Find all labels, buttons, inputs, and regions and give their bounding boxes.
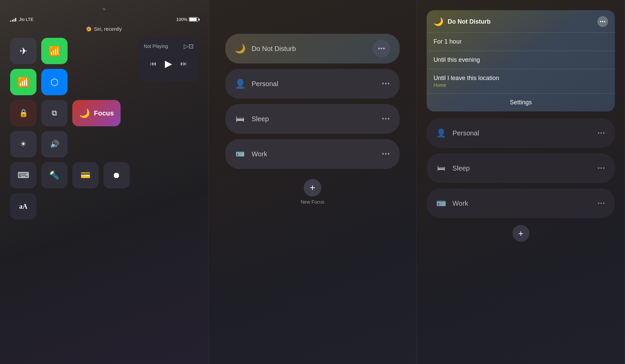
new-focus-area: + New Focus bbox=[208, 179, 417, 205]
work-focus-item[interactable]: 🪪 Work ••• bbox=[225, 139, 400, 169]
battery-icon bbox=[189, 17, 198, 22]
moon-icon: 🌙 bbox=[79, 108, 90, 119]
work-focus-icon: 🪪 bbox=[235, 150, 246, 158]
carrier-label: Jio LTE bbox=[19, 17, 33, 22]
right-person-icon: 👤 bbox=[436, 128, 446, 138]
cellular-button[interactable]: 📶 bbox=[41, 38, 68, 64]
person-focus-icon: 👤 bbox=[235, 79, 246, 89]
camera-button[interactable]: ⏺ bbox=[103, 162, 130, 188]
right-work-more-button[interactable]: ••• bbox=[598, 200, 605, 206]
airplane-mode-button[interactable]: ✈ bbox=[10, 38, 36, 64]
dnd-focus-label: Do Not Disturb bbox=[252, 45, 367, 53]
right-work-item[interactable]: 🪪 Work ••• bbox=[427, 188, 615, 218]
now-playing-widget: Not Playing ▷⊡ ⏮ ▶ ⏭ bbox=[139, 38, 198, 82]
right-personal-more-button[interactable]: ••• bbox=[598, 130, 605, 136]
sleep-focus-label: Sleep bbox=[252, 115, 376, 123]
dnd-for-hour-option[interactable]: For 1 hour bbox=[427, 33, 615, 51]
wifi-icon: 📶 bbox=[18, 77, 29, 88]
battery-area: 100% bbox=[176, 17, 198, 22]
dnd-until-location-label: Until I leave this location bbox=[433, 75, 608, 82]
calculator-icon: ⌨ bbox=[18, 171, 29, 180]
dnd-settings-option[interactable]: Settings bbox=[427, 94, 615, 111]
battery-pct-label: 100% bbox=[176, 17, 187, 22]
calculator-button[interactable]: ⌨ bbox=[10, 162, 36, 188]
fast-forward-icon[interactable]: ⏭ bbox=[180, 60, 187, 68]
screen-lock-button[interactable]: 🔒 bbox=[10, 100, 36, 126]
wallet-icon: 💳 bbox=[80, 171, 91, 180]
personal-more-button[interactable]: ••• bbox=[382, 80, 390, 87]
signal-area: Jio LTE bbox=[10, 17, 33, 22]
focus-label: Focus bbox=[94, 109, 114, 117]
right-sleep-more-button[interactable]: ••• bbox=[598, 165, 605, 171]
signal-bars-icon bbox=[10, 18, 16, 22]
controls-area: ✈ 📶 📶 ⬡ Not Playin bbox=[0, 38, 208, 219]
not-playing-label: Not Playing bbox=[144, 44, 168, 49]
status-right: 100% bbox=[176, 17, 198, 22]
np-header: Not Playing ▷⊡ bbox=[144, 43, 194, 50]
right-work-label: Work bbox=[452, 200, 592, 207]
text-size-icon: aA bbox=[19, 203, 27, 210]
text-size-button[interactable]: aA bbox=[10, 193, 36, 219]
sleep-more-button[interactable]: ••• bbox=[382, 115, 390, 123]
dnd-moon-icon: 🌙 bbox=[433, 17, 444, 26]
sleep-focus-item[interactable]: 🛏 Sleep ••• bbox=[225, 104, 400, 134]
dnd-more-button[interactable]: ••• bbox=[373, 40, 390, 57]
dnd-location-sub-label: Home bbox=[433, 82, 608, 88]
dnd-focus-item[interactable]: 🌙 Do Not Disturb ••• bbox=[225, 34, 400, 63]
cellular-icon: 📶 bbox=[49, 46, 60, 57]
wallet-button[interactable]: 💳 bbox=[72, 162, 99, 188]
right-plus-icon: + bbox=[518, 228, 523, 239]
text-display-row: aA bbox=[10, 193, 198, 219]
right-sleep-item[interactable]: 🛏 Sleep ••• bbox=[427, 153, 615, 183]
moon-focus-icon: 🌙 bbox=[235, 44, 246, 54]
rewind-icon[interactable]: ⏮ bbox=[150, 60, 157, 68]
work-more-button[interactable]: ••• bbox=[382, 151, 390, 158]
airplane-icon: ✈ bbox=[20, 46, 27, 57]
volume-slider[interactable]: 🔊 bbox=[41, 131, 68, 157]
right-new-focus-button[interactable]: + bbox=[512, 225, 529, 242]
right-personal-item[interactable]: 👤 Personal ••• bbox=[427, 118, 615, 148]
personal-focus-item[interactable]: 👤 Personal ••• bbox=[225, 69, 400, 99]
row2-controls: 🔒 ⧉ 🌙 Focus bbox=[10, 100, 198, 126]
brightness-slider[interactable]: ☀ bbox=[10, 131, 36, 157]
camera-icon: ⏺ bbox=[112, 171, 121, 180]
dnd-popup-title: Do Not Disturb bbox=[448, 18, 593, 25]
dnd-popup-more-button[interactable]: ••• bbox=[597, 16, 608, 27]
play-icon[interactable]: ▶ bbox=[165, 58, 172, 69]
new-focus-button[interactable]: + bbox=[304, 179, 321, 197]
siri-icon bbox=[86, 27, 91, 31]
dnd-submenu-panel: 🌙 Do Not Disturb ••• For 1 hour Until th… bbox=[417, 0, 625, 364]
dnd-settings-label: Settings bbox=[510, 99, 532, 106]
status-bar: Jio LTE 100% bbox=[0, 12, 208, 25]
dnd-dots-icon: ••• bbox=[378, 45, 385, 52]
dnd-for-hour-label: For 1 hour bbox=[433, 38, 608, 45]
right-personal-label: Personal bbox=[452, 129, 592, 137]
chevron-down-icon: ⌄ bbox=[101, 3, 107, 12]
dnd-until-location-option[interactable]: Until I leave this location Home bbox=[427, 69, 615, 93]
focus-menu-list: 🌙 Do Not Disturb ••• 👤 Personal ••• 🛏 Sl… bbox=[208, 14, 417, 169]
focus-button[interactable]: 🌙 Focus bbox=[72, 100, 121, 126]
dnd-popup-dots-icon: ••• bbox=[600, 19, 606, 24]
dnd-popup-header: 🌙 Do Not Disturb ••• bbox=[427, 10, 615, 32]
bluetooth-button[interactable]: ⬡ bbox=[41, 69, 68, 95]
dnd-until-evening-label: Until this evening bbox=[433, 56, 608, 63]
personal-focus-label: Personal bbox=[252, 80, 376, 88]
top-chevron: ⌄ bbox=[0, 0, 208, 12]
screen-mirror-button[interactable]: ⧉ bbox=[41, 100, 68, 126]
focus-selection-panel: 🌙 Do Not Disturb ••• 👤 Personal ••• 🛏 Sl… bbox=[208, 0, 417, 364]
siri-row: Siri, recently bbox=[0, 25, 208, 38]
bluetooth-icon: ⬡ bbox=[50, 77, 58, 88]
flashlight-icon: 🔦 bbox=[49, 171, 59, 180]
brightness-icon: ☀ bbox=[20, 140, 27, 149]
right-focus-list: 👤 Personal ••• 🛏 Sleep ••• 🪪 Work ••• bbox=[417, 118, 625, 218]
airplay-icon[interactable]: ▷⊡ bbox=[184, 43, 194, 50]
dnd-until-evening-option[interactable]: Until this evening bbox=[427, 51, 615, 69]
wifi-button[interactable]: 📶 bbox=[10, 69, 36, 95]
control-center-panel: ⌄ Jio LTE 100% Siri, recently bbox=[0, 0, 208, 364]
bed-focus-icon: 🛏 bbox=[235, 114, 246, 124]
playback-controls: ⏮ ▶ ⏭ bbox=[144, 50, 194, 77]
work-focus-label: Work bbox=[252, 150, 376, 158]
flashlight-button[interactable]: 🔦 bbox=[41, 162, 68, 188]
right-bed-icon: 🛏 bbox=[436, 163, 446, 173]
siri-label: Siri, recently bbox=[94, 26, 122, 32]
